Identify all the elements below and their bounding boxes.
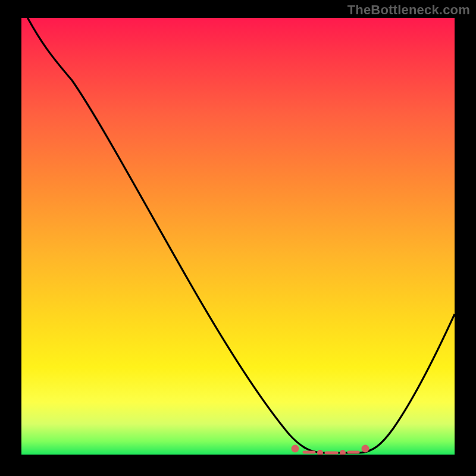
svg-point-0 [293,446,298,451]
plot-area [21,18,455,455]
svg-point-4 [342,452,345,455]
bottleneck-curve [21,18,455,455]
curve-path [21,18,455,453]
watermark-text: TheBottleneck.com [347,2,470,18]
chart-frame: TheBottleneck.com [0,0,476,476]
svg-point-2 [319,452,322,455]
svg-point-6 [363,446,368,451]
